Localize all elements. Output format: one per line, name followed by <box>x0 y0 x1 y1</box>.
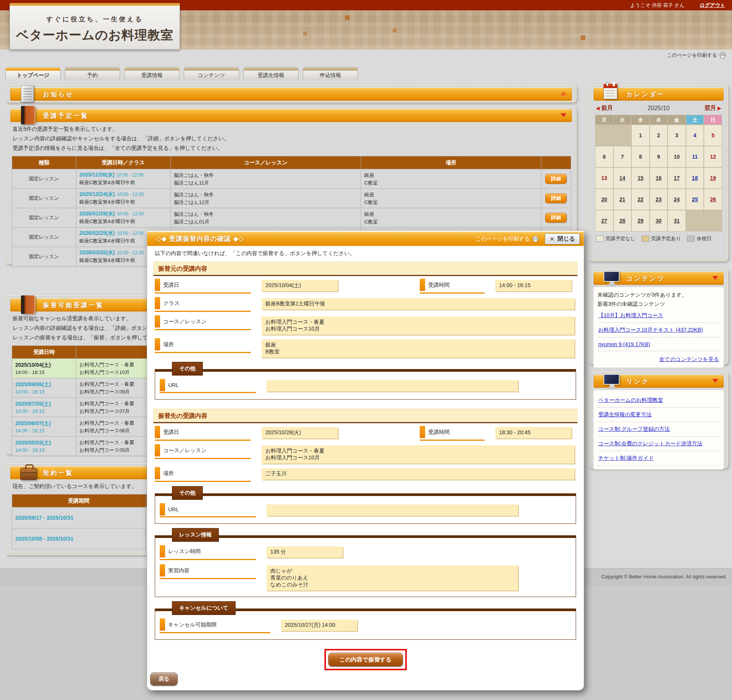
external-link[interactable]: ベターホームのお料理教室 <box>597 393 720 408</box>
content-link[interactable]: 【10月】お料理入門コース <box>597 308 720 323</box>
from-time-value: 14:00 - 16:15 <box>495 280 571 291</box>
detail-button[interactable]: 詳細 <box>545 174 567 184</box>
calendar-day: 2 <box>650 125 668 146</box>
see-all-contents-link[interactable]: 全てのコンテンツを見る <box>659 356 719 362</box>
external-link[interactable]: 受講生情報の変更方法 <box>597 408 720 422</box>
schedule-col-place: 場所 <box>361 156 541 169</box>
calendar-day[interactable]: 21 <box>613 189 632 210</box>
right-arrow-icon: ▶ <box>718 105 721 111</box>
calendar-day[interactable]: 17 <box>668 167 686 189</box>
contract-period-link[interactable]: 2025/09/17 - 2025/10/31 <box>15 515 74 521</box>
day-header-sunday: 日 <box>704 115 722 125</box>
links-title: リンク <box>626 378 650 386</box>
lesson-date-link[interactable]: 2026/02/25(水) <box>79 230 115 236</box>
lesson-date-link[interactable]: 2026/01/28(水) <box>79 210 115 217</box>
calendar-day[interactable]: 23 <box>650 189 668 210</box>
transfer-date-link[interactable]: 2025/05/03(土) <box>15 440 51 446</box>
calendar-day[interactable]: 20 <box>595 189 613 210</box>
external-link[interactable]: チケット制:操作ガイド <box>597 451 720 466</box>
lesson-date-link[interactable]: 2025/12/24(水) <box>79 191 115 197</box>
tab-student-info[interactable]: 受講生情報 <box>243 67 299 80</box>
close-button[interactable]: ✕ 閉じる <box>545 233 580 244</box>
lesson-name: 脳活ごはん01月 <box>174 218 358 225</box>
transfer-date-link[interactable]: 2025/07/05(土) <box>15 401 51 407</box>
calendar-day[interactable]: 26 <box>704 189 722 210</box>
cancel-info-tag: キャンセルについて <box>172 601 236 615</box>
decor-square <box>345 15 350 20</box>
calendar-day: 1 <box>631 125 650 146</box>
tab-top-page[interactable]: トップページ <box>5 67 61 80</box>
content-link[interactable]: お料理入門コース10月テキスト (437.22KB) <box>597 323 720 337</box>
calendar-day[interactable]: 25 <box>686 189 704 210</box>
calendar-day[interactable]: 24 <box>668 189 686 210</box>
modal-print-link[interactable]: このページを印刷する <box>475 236 538 242</box>
back-button[interactable]: 戻る <box>150 673 178 686</box>
schedule-intro-line: 受講予定済の情報をさらに見る場合は、「全ての受講予定を見る」を押してください。 <box>13 143 570 153</box>
calendar-day[interactable]: 16 <box>650 167 668 189</box>
page-print-link[interactable]: このページを印刷する <box>667 52 726 59</box>
tab-attendance-info[interactable]: 受講情報 <box>124 67 180 80</box>
schedule-col-datetime: 受講日時／クラス <box>76 156 170 169</box>
prev-month-button[interactable]: ◀ 前月 <box>596 104 613 112</box>
news-title: お知らせ <box>43 91 74 99</box>
transfer-date-link[interactable]: 2025/06/07(土) <box>15 420 51 426</box>
news-panel: お知らせ <box>6 85 576 102</box>
site-logo[interactable]: すぐに役立ち、一生使える ベターホームのお料理教室 <box>10 3 180 50</box>
tab-application-info[interactable]: 申込情報 <box>303 67 358 80</box>
calendar-icon <box>604 84 617 99</box>
calendar-day[interactable]: 28 <box>613 210 632 231</box>
external-link[interactable]: コース制:グループ登録の方法 <box>597 422 720 437</box>
calendar-day[interactable]: 27 <box>595 210 613 231</box>
collapse-toggle-icon[interactable] <box>560 113 567 117</box>
course-name: 脳活ごはん・秋冬 <box>174 172 358 179</box>
contract-period-link[interactable]: 2025/10/08 - 2025/10/31 <box>15 536 74 542</box>
calendar-day[interactable]: 22 <box>631 189 650 210</box>
calendar-day[interactable]: 19 <box>704 167 722 189</box>
calendar-day[interactable]: 18 <box>686 167 704 189</box>
calendar-day[interactable]: 29 <box>631 210 650 231</box>
calendar-day: 7 <box>613 146 632 167</box>
calendar-day[interactable]: 31 <box>668 210 686 231</box>
content-link[interactable]: nyumon 9 (419.17KB) <box>597 337 720 351</box>
transfer-date-link[interactable]: 2025/09/06(土) <box>15 381 51 387</box>
calendar-day[interactable]: 30 <box>650 210 668 231</box>
calendar-day[interactable]: 15 <box>631 167 650 189</box>
external-link[interactable]: コース制:会費のクレジットカード決済方法 <box>597 437 720 451</box>
lesson-date-link[interactable]: 2025/11/26(水) <box>79 172 115 178</box>
lesson-duration-value: 135 分 <box>266 546 343 558</box>
detail-button[interactable]: 詳細 <box>545 193 567 203</box>
calendar-day[interactable]: 14 <box>613 167 632 189</box>
confirm-transfer-button[interactable]: この内容で振替する <box>328 653 403 666</box>
other-tag: その他 <box>172 486 203 500</box>
table-row: 固定レッスン 2026/01/28(水)10:00 - 12:00銀座C教室第4… <box>12 208 571 228</box>
lesson-class: 銀座C教室第4水曜日午前 <box>79 199 167 206</box>
logout-link[interactable]: ログアウト <box>700 2 725 9</box>
briefcase-icon <box>20 468 37 480</box>
tab-contents[interactable]: コンテンツ <box>184 67 239 80</box>
next-month-button[interactable]: 翌月 ▶ <box>705 104 721 112</box>
day-header: 火 <box>613 115 632 125</box>
cancel-info-box: キャンセルについて キャンセル可能期限 2025/10/27(月) 14:00 <box>155 608 576 640</box>
place-name: 銀座 <box>364 211 538 218</box>
tab-reservation[interactable]: 予約 <box>65 67 120 80</box>
calendar-nav: ◀ 前月 2025/10 翌月 ▶ <box>596 104 721 112</box>
calendar-day: 6 <box>595 146 613 167</box>
from-date-label: 受講日 <box>155 280 251 294</box>
to-place-value: 二子玉川 <box>262 468 575 480</box>
page-print-label: このページを印刷する <box>667 52 717 59</box>
day-header: 金 <box>668 115 686 125</box>
to-section-title: 振替先の受講内容 <box>153 409 578 423</box>
practice-content-label: 実習内容 <box>160 565 256 579</box>
calendar-day: 11 <box>686 146 704 167</box>
calendar-empty-cell <box>686 210 704 231</box>
legend-label: 休校日 <box>697 235 711 242</box>
course-name: 脳活ごはん・秋冬 <box>174 191 358 198</box>
collapse-toggle-icon[interactable] <box>712 379 718 383</box>
detail-button[interactable]: 詳細 <box>545 213 567 223</box>
day-header: 木 <box>650 115 668 125</box>
expand-toggle-icon[interactable] <box>560 92 567 96</box>
collapse-toggle-icon[interactable] <box>712 276 718 280</box>
lesson-date-link[interactable]: 2026/03/25(水) <box>79 249 115 255</box>
contracts-col-period: 受講期間 <box>12 494 146 507</box>
practice-content-value: 肉じゃが 青菜ののりあえ なめこのみそ汁 <box>266 565 518 591</box>
